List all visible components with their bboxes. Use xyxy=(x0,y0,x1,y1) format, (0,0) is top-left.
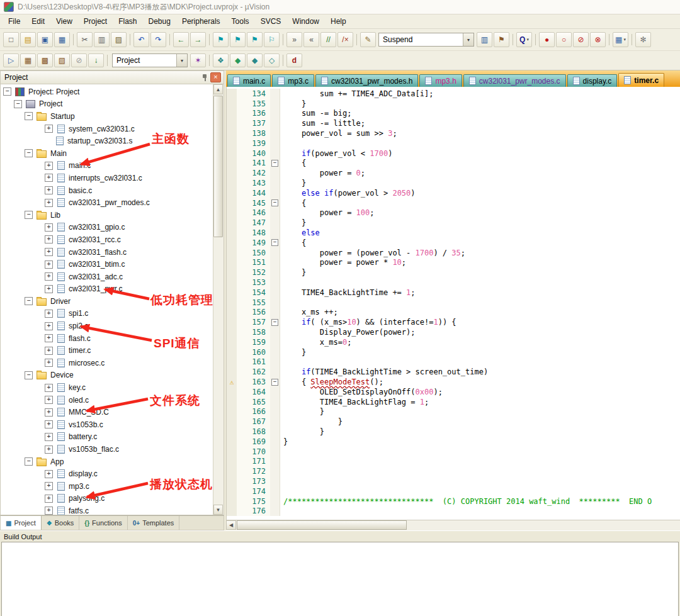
tree-item-palysong.c[interactable]: +palysong.c xyxy=(1,493,213,505)
code-line[interactable]: 171 xyxy=(227,456,680,466)
debug-session-button[interactable]: d xyxy=(286,53,302,67)
code-line[interactable]: 165 TIME4_BackLightFlag = 1; xyxy=(227,397,680,407)
insert-breakpoint-button[interactable]: ● xyxy=(539,32,555,47)
tree-item-vs1053b.c[interactable]: +vs1053b.c xyxy=(1,418,213,431)
code-line[interactable]: 157− if( (x_ms>10) && (interface!=1)) { xyxy=(227,317,680,327)
collapse-toggle-icon[interactable]: − xyxy=(25,149,33,157)
scroll-up-icon[interactable]: ▲ xyxy=(213,84,223,94)
tree-item-flash.c[interactable]: +flash.c xyxy=(1,332,213,345)
collapse-toggle-icon[interactable]: − xyxy=(25,112,33,120)
code-line[interactable]: 168 } xyxy=(227,427,680,437)
expand-toggle-icon[interactable]: + xyxy=(45,359,53,367)
kill-breakpoints-button[interactable]: ⊗ xyxy=(590,32,606,47)
expand-toggle-icon[interactable]: + xyxy=(45,235,53,244)
translate-file-button[interactable]: ▷ xyxy=(3,53,19,67)
expand-toggle-icon[interactable]: + xyxy=(45,420,53,428)
paste-button[interactable]: ▨ xyxy=(111,32,127,47)
code-line[interactable]: 173 xyxy=(227,476,680,486)
find-button[interactable]: Q▾ xyxy=(516,32,532,47)
tree-item-startup_cw32l031.s[interactable]: startup_cw32l031.s xyxy=(1,135,213,147)
tree-item-Main[interactable]: −Main xyxy=(1,147,213,160)
code-line[interactable]: 154 TIME4_BackLightTime += 1; xyxy=(227,288,680,298)
save-all-button[interactable]: ▦ xyxy=(54,32,70,47)
collapse-toggle-icon[interactable]: − xyxy=(25,297,33,305)
editor-tab-cw32l031_pwr_modes.h[interactable]: cw32l031_pwr_modes.h xyxy=(315,74,418,87)
select-device-button[interactable]: ◇ xyxy=(264,53,280,67)
code-line[interactable]: 176 xyxy=(227,506,680,516)
navigate-back-button[interactable]: ← xyxy=(173,32,189,47)
code-line[interactable]: 152 } xyxy=(227,267,680,277)
tree-item-timer.c[interactable]: +timer.c xyxy=(1,344,213,357)
code-line[interactable]: 164 OLED_SetDisplayOnOff(0x00); xyxy=(227,387,680,397)
fold-toggle-icon[interactable]: − xyxy=(271,239,278,246)
menu-item-tools[interactable]: Tools xyxy=(226,15,255,28)
editor-tab-mp3.c[interactable]: mp3.c xyxy=(272,74,314,87)
redo-button[interactable]: ↷ xyxy=(150,32,166,47)
find-in-files-button[interactable]: ▥ xyxy=(477,32,492,47)
expand-toggle-icon[interactable]: + xyxy=(45,174,53,182)
code-line[interactable]: 151 power = power * 10; xyxy=(227,258,680,268)
target-select-combo[interactable]: Project▾ xyxy=(112,53,188,67)
bookmark-prev-button[interactable]: ⚑ xyxy=(230,32,246,47)
navigate-forward-button[interactable]: → xyxy=(190,32,206,47)
code-line[interactable]: 153 xyxy=(227,277,680,288)
expand-toggle-icon[interactable]: + xyxy=(45,186,53,194)
code-line[interactable]: 156 x_ms ++; xyxy=(227,308,680,318)
menu-item-flash[interactable]: Flash xyxy=(113,15,142,28)
tree-item-MMC_SD.C[interactable]: +MMC_SD.C xyxy=(1,406,213,418)
menu-item-window[interactable]: Window xyxy=(286,15,325,28)
search-flag-button[interactable]: ⚑ xyxy=(494,32,509,47)
collapse-toggle-icon[interactable]: − xyxy=(25,211,33,219)
window-layout-button[interactable]: ▦▾ xyxy=(613,32,628,47)
collapse-toggle-icon[interactable]: − xyxy=(25,371,33,379)
code-line[interactable]: 134 sum += TIME4_ADC_Data[i]; xyxy=(227,89,680,99)
code-line[interactable]: 167 } xyxy=(227,417,680,427)
menu-item-debug[interactable]: Debug xyxy=(143,15,176,28)
collapse-toggle-icon[interactable]: − xyxy=(3,87,11,96)
scrollbar-thumb[interactable] xyxy=(213,96,223,237)
disable-breakpoint-button[interactable]: ⊘ xyxy=(573,32,589,47)
code-line[interactable]: 140 if(power_vol < 1700) xyxy=(227,148,680,159)
fold-toggle-icon[interactable]: − xyxy=(271,319,278,326)
comment-button[interactable]: // xyxy=(320,32,336,47)
tree-item-display.c[interactable]: +display.c xyxy=(1,468,213,480)
fold-toggle-icon[interactable]: − xyxy=(271,379,278,386)
scrollbar-thumb[interactable] xyxy=(237,520,407,530)
expand-toggle-icon[interactable]: + xyxy=(45,162,53,170)
code-line[interactable]: ⚠163− { SleepModeTest(); xyxy=(227,377,680,387)
code-line[interactable]: 172 xyxy=(227,466,680,476)
expand-toggle-icon[interactable]: + xyxy=(45,310,53,318)
code-line[interactable]: 174 xyxy=(227,486,680,496)
expand-toggle-icon[interactable]: + xyxy=(45,384,53,392)
code-line[interactable]: 166 } xyxy=(227,407,680,417)
tree-item-spi1.c[interactable]: +spi1.c xyxy=(1,308,213,320)
stop-build-button[interactable]: ⊘ xyxy=(71,53,87,67)
code-line[interactable]: 138 power_vol = sum >> 3; xyxy=(227,128,680,138)
tree-item-main.c[interactable]: +main.c xyxy=(1,160,213,172)
code-line[interactable]: 155 xyxy=(227,298,680,308)
editor-tab-timer.c[interactable]: timer.c xyxy=(618,73,664,87)
expand-toggle-icon[interactable]: + xyxy=(45,396,53,404)
scroll-left-icon[interactable]: ◀ xyxy=(226,520,236,530)
code-line[interactable]: 137 sum -= little; xyxy=(227,118,680,128)
fold-toggle-icon[interactable]: − xyxy=(271,160,278,167)
expand-toggle-icon[interactable]: + xyxy=(45,482,53,490)
tree-item-vs1053b_flac.c[interactable]: +vs1053b_flac.c xyxy=(1,443,213,456)
tree-item-cw32l031_gpio.c[interactable]: +cw32l031_gpio.c xyxy=(1,221,213,234)
batch-build-button[interactable]: ▧ xyxy=(54,53,70,67)
fold-toggle-icon[interactable]: − xyxy=(271,199,278,206)
code-line[interactable]: 139 xyxy=(227,138,680,148)
expand-toggle-icon[interactable]: + xyxy=(45,322,53,330)
tree-vertical-scrollbar[interactable]: ▲ ▼ xyxy=(213,84,224,515)
menu-item-svcs[interactable]: SVCS xyxy=(255,15,287,28)
editor-horizontal-scrollbar[interactable]: ◀ xyxy=(226,520,680,530)
bookmark-next-button[interactable]: ⚑ xyxy=(247,32,263,47)
code-line[interactable]: 161 xyxy=(227,357,680,367)
code-line[interactable]: 169} xyxy=(227,437,680,447)
close-icon[interactable]: × xyxy=(210,72,221,82)
code-line[interactable]: 160 } xyxy=(227,347,680,357)
build-button[interactable]: ▦ xyxy=(20,53,36,67)
tree-item-App[interactable]: −App xyxy=(1,456,213,468)
tree-item-Project[interactable]: −Project xyxy=(1,98,213,111)
collapse-toggle-icon[interactable]: − xyxy=(14,100,22,108)
